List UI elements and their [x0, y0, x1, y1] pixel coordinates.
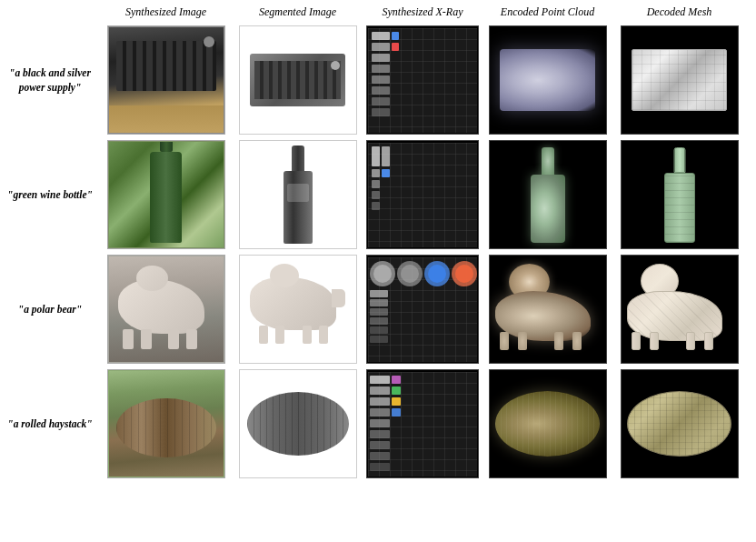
xray-bottle — [363, 137, 482, 252]
label-powersupply: "a black and silver power supply" — [0, 23, 100, 137]
header-empty — [0, 0, 100, 23]
decoded-mesh-bear — [613, 252, 745, 366]
seg-image-powersupply — [232, 23, 363, 137]
pointcloud-bottle — [482, 137, 613, 252]
header-synthesized-xray: Synthesized X-Ray — [363, 0, 482, 23]
label-bear: "a polar bear" — [0, 252, 100, 366]
seg-image-bottle — [232, 137, 363, 252]
pointcloud-bear — [482, 252, 613, 366]
pointcloud-haystack — [482, 366, 613, 481]
label-bottle: "green wine bottle" — [0, 137, 100, 252]
synth-image-haystack — [100, 366, 232, 481]
xray-bear — [363, 252, 482, 366]
seg-image-haystack — [232, 366, 363, 481]
main-grid: Synthesized Image Segmented Image Synthe… — [0, 0, 756, 481]
pointcloud-powersupply — [482, 23, 613, 137]
decoded-mesh-powersupply — [613, 23, 745, 137]
decoded-mesh-haystack — [613, 366, 745, 481]
header-segmented-image: Segmented Image — [232, 0, 363, 23]
header-synthesized-image: Synthesized Image — [100, 0, 232, 23]
header-decoded-mesh: Decoded Mesh — [613, 0, 745, 23]
header-encoded-point-cloud: Encoded Point Cloud — [482, 0, 613, 23]
decoded-mesh-bottle — [613, 137, 745, 252]
xray-haystack — [363, 366, 482, 481]
synth-image-bear — [100, 252, 232, 366]
synth-image-powersupply — [100, 23, 232, 137]
xray-powersupply — [363, 23, 482, 137]
label-haystack: "a rolled haystack" — [0, 366, 100, 481]
seg-image-bear — [232, 252, 363, 366]
synth-image-bottle — [100, 137, 232, 252]
